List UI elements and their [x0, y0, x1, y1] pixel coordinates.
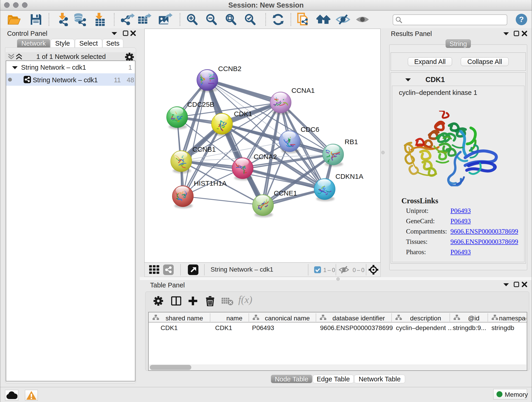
svg-text:CDK1: CDK1: [234, 110, 252, 118]
svg-text:CCNA2: CCNA2: [254, 153, 277, 160]
svg-text:?: ?: [519, 15, 524, 24]
svg-text:CCNA1: CCNA1: [291, 87, 315, 94]
svg-text:CDC6: CDC6: [301, 126, 319, 133]
svg-text:CCNE1: CCNE1: [274, 189, 297, 197]
svg-text:HIST1H1A: HIST1H1A: [194, 179, 227, 187]
svg-text:RB1: RB1: [345, 138, 358, 146]
svg-text:CCNB1: CCNB1: [192, 146, 216, 153]
svg-text:CDC25B: CDC25B: [187, 101, 214, 108]
svg-text:CCNB2: CCNB2: [218, 65, 241, 72]
svg-text:CDKN1A: CDKN1A: [336, 172, 363, 180]
